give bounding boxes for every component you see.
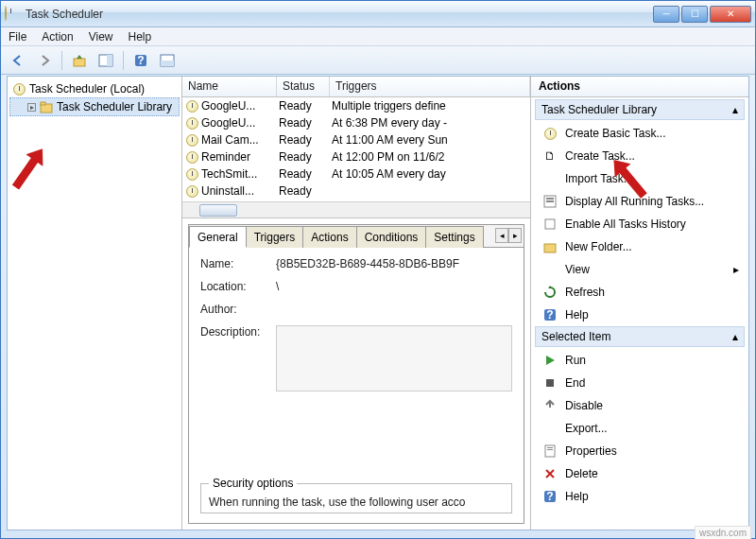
- action-run[interactable]: Run: [535, 349, 745, 372]
- history-icon: [542, 217, 558, 232]
- middle-pane: Name Status Triggers GoogleU...ReadyMult…: [182, 77, 531, 530]
- label-author: Author:: [200, 303, 276, 316]
- task-status: Ready: [277, 150, 330, 164]
- action-display-running[interactable]: Display All Running Tasks...: [535, 190, 745, 213]
- col-status[interactable]: Status: [277, 77, 330, 96]
- maximize-button[interactable]: ☐: [681, 6, 708, 23]
- clock-icon: [186, 100, 198, 113]
- tree-pane: Task Scheduler (Local) ▸ Task Scheduler …: [8, 77, 182, 530]
- app-icon: [5, 7, 20, 22]
- svg-rect-8: [41, 102, 45, 105]
- task-row[interactable]: Mail Cam...ReadyAt 11:00 AM every Sun: [182, 131, 530, 148]
- menu-help[interactable]: Help: [129, 30, 152, 43]
- action-import-task[interactable]: Import Task...: [535, 167, 745, 190]
- nav-back-button[interactable]: [7, 49, 29, 72]
- action-disable[interactable]: Disable: [535, 394, 745, 417]
- action-end[interactable]: End: [535, 372, 745, 394]
- app-window: Task Scheduler ─ ☐ ✕ File Action View He…: [0, 0, 756, 539]
- tree-root-node[interactable]: Task Scheduler (Local): [9, 80, 180, 97]
- task-name: GoogleU...: [201, 116, 255, 130]
- tab-triggers[interactable]: Triggers: [246, 226, 304, 248]
- tab-settings[interactable]: Settings: [425, 226, 483, 248]
- action-create-basic-task[interactable]: Create Basic Task...: [535, 122, 745, 145]
- run-icon: [542, 353, 558, 368]
- task-trigger: At 6:38 PM every day -: [330, 116, 530, 130]
- svg-rect-0: [74, 59, 85, 66]
- section-library[interactable]: Task Scheduler Library ▴: [535, 99, 745, 120]
- minimize-button[interactable]: ─: [653, 6, 679, 23]
- view-pane-button[interactable]: [156, 49, 179, 72]
- task-name: Mail Cam...: [201, 133, 259, 147]
- task-status: Ready: [277, 116, 330, 130]
- col-triggers[interactable]: Triggers: [330, 77, 530, 96]
- up-folder-button[interactable]: [68, 49, 91, 72]
- task-name: Uninstall...: [201, 184, 254, 198]
- action-view-submenu[interactable]: View▸: [535, 258, 745, 281]
- submenu-arrow-icon: ▸: [733, 263, 739, 276]
- action-export[interactable]: Export...: [535, 417, 745, 440]
- svg-rect-16: [546, 379, 554, 387]
- close-button[interactable]: ✕: [710, 6, 751, 23]
- disable-icon: [542, 398, 558, 413]
- menu-action[interactable]: Action: [42, 30, 73, 43]
- value-name: {8B5ED32B-B689-4458-8DB6-BB9F: [276, 257, 512, 270]
- task-status: Ready: [277, 167, 330, 181]
- task-row[interactable]: TechSmit...ReadyAt 10:05 AM every day: [182, 165, 530, 183]
- svg-rect-12: [545, 219, 555, 229]
- clock-icon: [186, 168, 198, 181]
- tab-conditions[interactable]: Conditions: [356, 226, 427, 248]
- label-name: Name:: [200, 257, 276, 270]
- menu-view[interactable]: View: [89, 30, 113, 43]
- svg-rect-18: [547, 447, 553, 448]
- tree-library-node[interactable]: ▸ Task Scheduler Library: [9, 97, 180, 116]
- export-icon: [542, 421, 558, 436]
- action-new-folder[interactable]: New Folder...: [535, 235, 745, 258]
- tab-actions[interactable]: Actions: [302, 226, 356, 248]
- clock-icon: [186, 117, 198, 130]
- tab-scroll-left[interactable]: ◂: [495, 228, 508, 243]
- task-row[interactable]: ReminderReadyAt 12:00 PM on 11/6/2: [182, 148, 530, 165]
- show-actions-pane-button[interactable]: [94, 49, 117, 72]
- help-icon: ?: [542, 307, 558, 322]
- collapse-icon: ▴: [732, 103, 738, 116]
- clock-icon: [186, 185, 198, 198]
- tree-expand-icon[interactable]: ▸: [27, 103, 36, 112]
- task-list: Name Status Triggers GoogleU...ReadyMult…: [182, 77, 530, 218]
- scheduler-icon: [13, 83, 26, 96]
- section-selected[interactable]: Selected Item ▴: [535, 326, 745, 347]
- col-name[interactable]: Name: [182, 77, 277, 96]
- nav-forward-button[interactable]: [33, 49, 56, 72]
- task-name: Reminder: [201, 150, 250, 164]
- task-status: Ready: [277, 184, 330, 198]
- tab-scroll-right[interactable]: ▸: [508, 228, 522, 243]
- watermark: wsxdn.com: [695, 526, 751, 539]
- svg-rect-17: [545, 445, 555, 457]
- svg-text:?: ?: [546, 490, 553, 503]
- action-help-sel[interactable]: ?Help: [535, 485, 745, 508]
- detail-pane: General Triggers Actions Conditions Sett…: [182, 218, 530, 530]
- security-text: When running the task, use the following…: [209, 496, 504, 509]
- tab-strip: General Triggers Actions Conditions Sett…: [189, 225, 524, 248]
- action-enable-history[interactable]: Enable All Tasks History: [535, 213, 745, 235]
- tab-body-general: Name: {8B5ED32B-B689-4458-8DB6-BB9F Loca…: [189, 248, 524, 523]
- action-delete[interactable]: Delete: [535, 462, 745, 485]
- menu-file[interactable]: File: [9, 30, 26, 43]
- task-status: Ready: [277, 99, 330, 113]
- task-row[interactable]: GoogleU...ReadyAt 6:38 PM every day -: [182, 114, 530, 131]
- action-help-lib[interactable]: ?Help: [535, 304, 745, 326]
- action-properties[interactable]: Properties: [535, 440, 745, 462]
- action-create-task[interactable]: 🗋Create Task...: [535, 145, 745, 167]
- help-button[interactable]: ?: [129, 49, 152, 72]
- tree-library-label: Task Scheduler Library: [57, 100, 172, 113]
- actions-pane: Actions Task Scheduler Library ▴ Create …: [531, 77, 748, 530]
- task-status: Ready: [277, 133, 330, 147]
- task-row[interactable]: GoogleU...ReadyMultiple triggers define: [182, 97, 530, 114]
- horizontal-scrollbar[interactable]: [182, 201, 530, 217]
- value-description: [276, 325, 512, 391]
- tab-general[interactable]: General: [189, 226, 247, 248]
- task-row[interactable]: Uninstall...Ready: [182, 183, 530, 200]
- delete-icon: [542, 466, 558, 481]
- action-refresh[interactable]: Refresh: [535, 281, 745, 304]
- clock-icon: [186, 151, 198, 164]
- folder-icon: [40, 100, 53, 113]
